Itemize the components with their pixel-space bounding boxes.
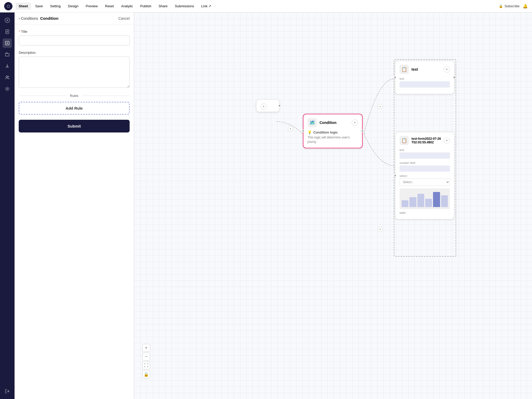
form-select-label: select bbox=[400, 174, 450, 177]
panel-title: Condition bbox=[40, 16, 58, 21]
required-star: * bbox=[19, 30, 20, 34]
back-chevron-icon: ‹ bbox=[19, 16, 20, 21]
test-form-node: 📋 test-form2022-07-26T02:03:55.490Z × te… bbox=[395, 132, 454, 219]
form-table-label: table bbox=[400, 211, 450, 214]
bulb-icon: 💡 bbox=[308, 130, 312, 134]
description-field-group: Description bbox=[19, 51, 130, 89]
cancel-button[interactable]: Cancel bbox=[118, 16, 130, 21]
description-label: Description bbox=[19, 51, 130, 55]
nav-share[interactable]: Share bbox=[155, 3, 171, 10]
nav-right: 🔒 Subscribe 🔔 bbox=[499, 4, 528, 9]
panel-body: *Title Description Rules Add Rule Submit bbox=[15, 24, 134, 399]
nav-preview[interactable]: Preview bbox=[83, 3, 101, 10]
sidebar-icon-download[interactable] bbox=[3, 61, 12, 71]
condition-subtitle: 💡 Condition logic bbox=[308, 130, 358, 134]
svg-point-3 bbox=[6, 76, 8, 77]
left-node-header: × bbox=[256, 100, 279, 112]
left-node-right-handle[interactable] bbox=[278, 104, 281, 107]
chart-bar-2 bbox=[409, 197, 416, 207]
sidebar-icon-document[interactable] bbox=[3, 27, 12, 36]
sidebar-icon-add[interactable] bbox=[3, 16, 12, 25]
condition-right-handle[interactable] bbox=[361, 130, 364, 132]
chart-bar-1 bbox=[402, 200, 408, 207]
test-node-left-handle[interactable] bbox=[394, 76, 396, 79]
svg-point-5 bbox=[6, 88, 8, 90]
condition-node-icon: 🗺️ bbox=[308, 118, 317, 127]
test-node-icon: 📋 bbox=[400, 65, 409, 74]
condition-node-body: 💡 Condition logic This logic will determ… bbox=[303, 129, 362, 148]
test-form-close-button[interactable]: × bbox=[444, 137, 450, 144]
form-text-input bbox=[400, 152, 450, 159]
left-panel: ‹ Conditions Condition Cancel *Title Des… bbox=[15, 12, 134, 399]
sidebar-icon-logout[interactable] bbox=[3, 387, 12, 396]
condition-node: 🗺️ Condition × 💡 Condition logic This lo… bbox=[303, 114, 363, 148]
canvas-controls: + − ⛶ 🔒 bbox=[142, 344, 150, 378]
conn-close-2[interactable]: × bbox=[378, 104, 383, 109]
nav-link[interactable]: Link ↗ bbox=[198, 3, 214, 10]
form-number-input bbox=[400, 165, 450, 172]
test-node: 📋 test × text bbox=[395, 61, 454, 94]
panel-header: ‹ Conditions Condition Cancel bbox=[15, 12, 134, 24]
zoom-out-button[interactable]: − bbox=[142, 353, 150, 361]
notification-bell-icon[interactable]: 🔔 bbox=[523, 4, 528, 9]
chart-bar-5 bbox=[433, 192, 440, 207]
lock-icon: 🔒 bbox=[499, 4, 503, 8]
svg-point-4 bbox=[8, 76, 9, 77]
test-node-title: test bbox=[411, 67, 441, 71]
canvas-area[interactable]: × × 🗺️ Condition × 💡 Condition logic Thi… bbox=[134, 12, 532, 399]
add-rule-button[interactable]: Add Rule bbox=[19, 102, 130, 115]
test-node-text-input bbox=[400, 81, 450, 88]
form-select-input[interactable]: Select... bbox=[400, 178, 450, 186]
form-text-label: text bbox=[400, 148, 450, 151]
condition-desc: This logic will determine user's journy. bbox=[308, 135, 358, 144]
sidebar-icon-add-form[interactable] bbox=[3, 38, 12, 48]
rules-section: Rules Add Rule Submit bbox=[19, 94, 130, 132]
form-number-label: number field bbox=[400, 161, 450, 164]
rules-label: Rules bbox=[70, 94, 78, 98]
subscribe-button[interactable]: 🔒 Subscribe bbox=[499, 4, 520, 8]
fit-view-button[interactable]: ⛶ bbox=[142, 362, 150, 369]
condition-node-close-button[interactable]: × bbox=[352, 119, 358, 126]
chart-bar-4 bbox=[425, 199, 432, 207]
test-node-header: 📋 test × bbox=[395, 61, 454, 76]
chart-bar-6 bbox=[441, 195, 448, 207]
test-node-right-handle[interactable] bbox=[453, 76, 456, 79]
condition-left-handle[interactable] bbox=[302, 130, 304, 132]
left-sidebar bbox=[0, 12, 15, 399]
test-form-left-handle[interactable] bbox=[394, 174, 396, 177]
test-node-text-label: text bbox=[400, 77, 450, 80]
conn-close-3[interactable]: × bbox=[378, 227, 383, 232]
connections-svg bbox=[134, 12, 532, 399]
main-layout: ‹ Conditions Condition Cancel *Title Des… bbox=[0, 12, 532, 399]
nav-setting[interactable]: Setting bbox=[47, 3, 64, 10]
sidebar-icon-users[interactable] bbox=[3, 73, 12, 82]
rules-divider: Rules bbox=[19, 94, 130, 98]
nav-sheet[interactable]: Sheet bbox=[16, 3, 31, 10]
title-label: *Title bbox=[19, 30, 130, 34]
test-form-header: 📋 test-form2022-07-26T02:03:55.490Z × bbox=[395, 132, 454, 147]
back-button[interactable]: ‹ Conditions bbox=[19, 16, 38, 21]
chart-bar-3 bbox=[417, 194, 424, 207]
submit-button[interactable]: Submit bbox=[19, 120, 130, 132]
zoom-in-button[interactable]: + bbox=[142, 344, 150, 352]
nav-analytic[interactable]: Analytic bbox=[118, 3, 136, 10]
nav-save[interactable]: Save bbox=[32, 3, 46, 10]
test-node-body: text bbox=[395, 76, 454, 94]
nav-reset[interactable]: Reset bbox=[102, 3, 117, 10]
test-form-icon: 📋 bbox=[400, 136, 409, 145]
test-node-close-button[interactable]: × bbox=[444, 66, 450, 72]
condition-node-title: Condition bbox=[320, 121, 349, 125]
conn-close-1[interactable]: × bbox=[288, 126, 293, 131]
nav-design[interactable]: Design bbox=[65, 3, 82, 10]
description-input[interactable] bbox=[19, 57, 130, 88]
sidebar-icon-folder[interactable] bbox=[3, 50, 12, 59]
nav-publish[interactable]: Publish bbox=[137, 3, 155, 10]
nav-submissions[interactable]: Submissions bbox=[172, 3, 197, 10]
lock-button[interactable]: 🔒 bbox=[142, 370, 150, 378]
title-input[interactable] bbox=[19, 36, 130, 45]
sidebar-icon-settings[interactable] bbox=[3, 84, 12, 94]
form-chart-placeholder bbox=[400, 188, 450, 209]
test-form-title: test-form2022-07-26T02:03:55.490Z bbox=[411, 137, 441, 144]
test-form-body: text number field select Select... ta bbox=[395, 147, 454, 219]
left-node-close-button[interactable]: × bbox=[261, 103, 267, 110]
